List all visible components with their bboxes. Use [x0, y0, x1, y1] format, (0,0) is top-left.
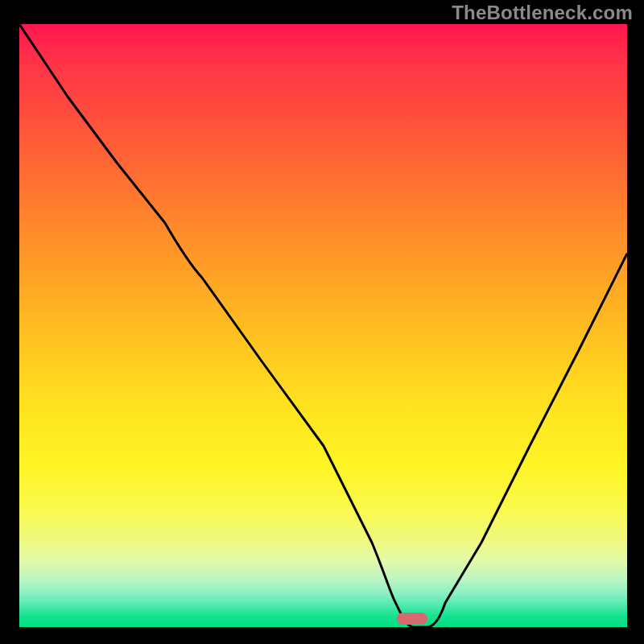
watermark-text: TheBottleneck.com: [452, 2, 633, 24]
bottleneck-curve: [19, 24, 627, 627]
optimal-marker: [397, 613, 427, 625]
chart-frame: TheBottleneck.com: [0, 0, 644, 644]
plot-area: [19, 24, 627, 627]
